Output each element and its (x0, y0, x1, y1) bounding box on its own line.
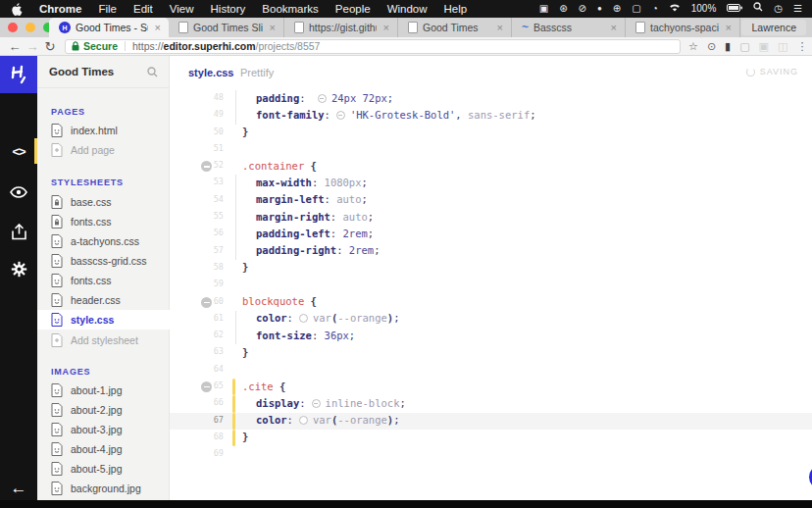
code-line[interactable]: 51 (170, 141, 812, 158)
menubar-item-people[interactable]: People (335, 3, 371, 15)
add-page-button[interactable]: Add page (37, 140, 170, 160)
settings-flower-icon[interactable]: ⊛ (559, 0, 567, 18)
tab-good-times-superhi[interactable]: H Good Times - SuperHi × (49, 18, 169, 37)
code-line[interactable]: 64 (170, 362, 812, 379)
code-text[interactable]: } (242, 431, 248, 442)
menubar-item-view[interactable]: View (170, 3, 194, 15)
code-text[interactable]: color:var(--orange); (242, 414, 399, 426)
circle-slash-icon[interactable]: ⊘ (579, 0, 586, 18)
code-text[interactable]: padding-right: 2rem; (242, 244, 380, 256)
menubar-item-bookmarks[interactable]: Bookmarks (262, 3, 319, 15)
address-bar[interactable]: Secure https://editor.superhi.com/projec… (65, 39, 681, 54)
back-button[interactable]: ← (6, 39, 24, 54)
menubar-item-help[interactable]: Help (444, 3, 468, 15)
fold-toggle-icon[interactable] (201, 161, 212, 172)
code-line[interactable]: 63} (170, 344, 812, 361)
minimize-window-button[interactable] (25, 23, 35, 32)
window-icon[interactable]: ▢ (632, 0, 640, 18)
tab-basscss[interactable]: ~ Basscss × (512, 18, 626, 37)
file-item-header-css[interactable]: header.css (37, 290, 170, 310)
apple-icon[interactable] (12, 3, 23, 16)
tab-close-icon[interactable]: × (495, 22, 505, 33)
code-line[interactable]: 48padding: 24px 72px; (170, 90, 812, 107)
code-line[interactable]: 68} (170, 430, 812, 446)
code-text[interactable]: margin-right: auto; (242, 211, 374, 223)
code-area[interactable]: 48padding: 24px 72px;49font-family:'HK-G… (170, 90, 812, 500)
bookmark-star-icon[interactable]: ☆ (688, 40, 698, 53)
code-line[interactable]: 59 (170, 277, 812, 293)
file-item-about-2-jpg[interactable]: about-2.jpg (37, 400, 170, 420)
code-line[interactable]: 61color:var(--orange); (170, 311, 812, 328)
forward-button[interactable]: → (24, 39, 41, 54)
display-mirroring-icon[interactable]: ▣ (539, 0, 548, 18)
code-line[interactable]: 67color:var(--orange); (170, 413, 812, 430)
menubar-item-chrome[interactable]: Chrome (39, 3, 81, 15)
extension-disabled-icon-2[interactable]: ◫ (778, 40, 787, 53)
prettify-button[interactable]: Prettify (240, 67, 274, 78)
file-item-fonts-css-locked[interactable]: fonts.css (37, 212, 170, 231)
file-item-about-5-jpg[interactable]: about-5.jpg (37, 459, 170, 479)
code-text[interactable]: .cite { (242, 381, 285, 392)
file-item-basscss-grid-css[interactable]: basscss-grid.css (37, 251, 170, 271)
code-text[interactable]: max-width: 1080px; (242, 177, 368, 188)
close-window-button[interactable] (8, 23, 18, 32)
file-item-about-4-jpg[interactable]: about-4.jpg (37, 439, 170, 459)
code-line[interactable]: 55margin-right: auto; (170, 209, 812, 226)
superhi-logo[interactable] (0, 56, 37, 93)
search-icon[interactable] (147, 67, 158, 77)
code-text[interactable]: padding: 24px 72px; (242, 92, 393, 104)
code-line[interactable]: 54margin-left: auto; (170, 192, 812, 209)
code-line[interactable]: 49font-family:'HK-Grotesk-Bold', sans-se… (170, 107, 812, 124)
file-item-a-tachyons-css[interactable]: a-tachyons.css (37, 231, 170, 251)
code-line[interactable]: 65.cite { (170, 379, 812, 395)
tab-tachyons-spacing[interactable]: tachyons-spacing / Layou × (626, 18, 740, 37)
code-text[interactable]: } (242, 126, 248, 137)
share-button[interactable] (0, 215, 37, 248)
extension-disabled-icon-1[interactable]: ▣ (759, 40, 769, 53)
code-line[interactable]: 52.container { (170, 158, 812, 175)
menubar-item-history[interactable]: History (211, 3, 246, 15)
tab-close-icon[interactable]: × (609, 22, 619, 33)
file-item-style-css-selected[interactable]: style.css (37, 310, 170, 330)
tab-close-icon[interactable]: × (153, 22, 163, 33)
tab-gist-github[interactable]: https://gist.githubusercon × (284, 18, 398, 37)
code-text[interactable]: padding-left: 2rem; (242, 228, 374, 239)
extension-bar-icon[interactable]: ▮ (725, 40, 731, 53)
profile-name[interactable]: Lawrence (741, 20, 806, 35)
file-item-background-jpg[interactable]: background.jpg (37, 479, 170, 498)
code-text[interactable]: font-family:'HK-Grotesk-Bold', sans-seri… (242, 109, 536, 121)
code-line[interactable]: 62font-size: 36px; (170, 328, 812, 344)
tab-good-times[interactable]: Good Times × (398, 18, 512, 37)
notification-center-icon[interactable]: ☰ (793, 0, 802, 18)
tab-close-icon[interactable]: × (268, 22, 278, 33)
file-item-base-css[interactable]: base.css (37, 192, 170, 212)
code-text[interactable]: color:var(--orange); (242, 312, 399, 324)
extension-square-icon[interactable]: ▢ (739, 40, 749, 53)
exit-editor-button[interactable]: ← (0, 479, 37, 498)
chrome-menu-icon[interactable]: ⋮ (796, 40, 807, 53)
drop-icon[interactable]: ● (597, 0, 602, 18)
settings-button[interactable] (0, 252, 37, 285)
code-text[interactable]: } (242, 346, 248, 358)
code-line[interactable]: 56padding-left: 2rem; (170, 226, 812, 242)
code-line[interactable]: 66display:inline-block; (170, 395, 812, 412)
tab-good-times-slides[interactable]: Good Times Slides × (169, 18, 284, 37)
extension-circle-icon[interactable]: ⊙ (707, 40, 716, 53)
code-line[interactable]: 58} (170, 260, 812, 277)
code-text[interactable]: .container { (242, 160, 317, 172)
color-swatch-widget[interactable] (299, 416, 308, 425)
menubar-item-file[interactable]: File (98, 3, 117, 15)
menubar-item-window[interactable]: Window (387, 3, 428, 15)
code-text[interactable]: display:inline-block; (242, 397, 406, 409)
color-swatch-widget[interactable] (299, 314, 308, 323)
code-line[interactable]: 57padding-right: 2rem; (170, 243, 812, 260)
code-line[interactable]: 53max-width: 1080px; (170, 175, 812, 191)
code-text[interactable]: font-size: 36px; (242, 330, 355, 341)
code-line[interactable]: 60blockquote { (170, 294, 812, 311)
file-item-index-html[interactable]: index.html (37, 121, 170, 140)
value-stepper-widget[interactable] (318, 94, 327, 103)
wifi-icon[interactable] (669, 0, 681, 18)
spotlight-icon[interactable] (753, 0, 763, 18)
plus-extension-icon[interactable]: ⊕ (613, 0, 621, 18)
code-line[interactable]: 50} (170, 125, 812, 141)
